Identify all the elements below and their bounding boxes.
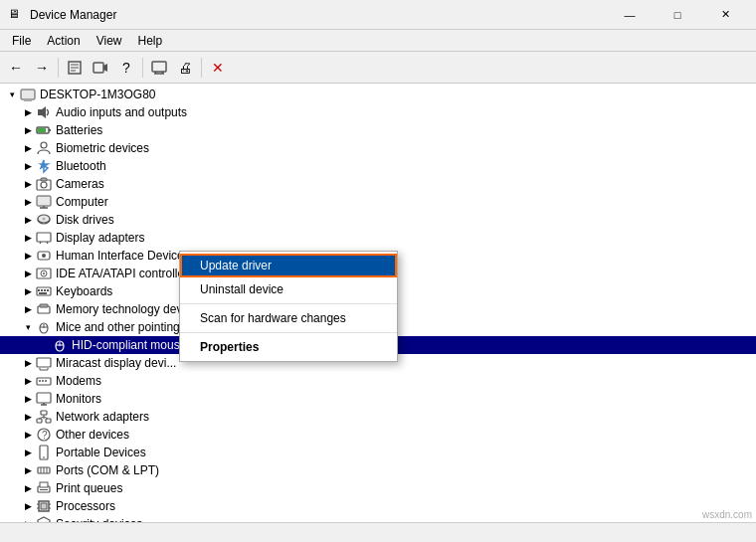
ctx-scan-hardware[interactable]: Scan for hardware changes (180, 306, 397, 330)
tree-item-batteries[interactable]: ▶ Batteries (0, 121, 756, 139)
chevron-monitors: ▶ (20, 391, 36, 407)
icon-modems (36, 373, 52, 389)
chevron-ideata: ▶ (20, 266, 36, 281)
icon-security (36, 516, 52, 522)
menu-action[interactable]: Action (39, 32, 88, 50)
svg-rect-57 (46, 419, 51, 423)
close-button[interactable]: ✕ (702, 0, 748, 30)
chevron-miracast: ▶ (20, 355, 36, 371)
ctx-sep1 (180, 303, 397, 304)
toolbar-uninstall[interactable]: ✕ (206, 56, 230, 80)
svg-point-17 (41, 182, 47, 188)
icon-keyboards (36, 283, 52, 299)
tree-item-portable[interactable]: ▶ Portable Devices (0, 444, 756, 461)
chevron-hidpointing (36, 337, 52, 353)
svg-rect-71 (40, 489, 48, 490)
chevron-bluetooth: ▶ (20, 158, 36, 174)
label-printqueues: Print queues (56, 481, 122, 495)
label-hid: Human Interface Devices (56, 249, 190, 263)
toolbar-help[interactable]: ? (114, 56, 138, 80)
toolbar-scan[interactable] (89, 56, 112, 80)
app-icon: 🖥 (8, 7, 24, 23)
svg-rect-19 (37, 196, 51, 206)
chevron-portable: ▶ (20, 445, 36, 460)
icon-hidpointing (52, 337, 68, 353)
maximize-button[interactable]: □ (655, 0, 700, 30)
menu-bar: File Action View Help (0, 30, 756, 52)
icon-network (36, 409, 52, 425)
tree-item-network[interactable]: ▶ Network adapters (0, 408, 756, 426)
tree-item-root[interactable]: ▾ DESKTOP-1M3OG80 (0, 86, 756, 103)
tree-item-bluetooth[interactable]: ▶ Bluetooth (0, 157, 756, 175)
toolbar-sep2 (142, 58, 143, 78)
chevron-security: ▶ (20, 516, 36, 522)
toolbar-back[interactable]: ← (4, 56, 28, 80)
icon-memorytech (36, 301, 52, 317)
label-processors: Processors (56, 499, 115, 513)
chevron-processors: ▶ (20, 498, 36, 514)
tree-item-security[interactable]: ▶ Security devices (0, 515, 756, 522)
svg-point-15 (41, 142, 47, 148)
toolbar-printer[interactable]: 🖨 (173, 56, 197, 80)
chevron-biometric: ▶ (20, 140, 36, 156)
chevron-memorytech: ▶ (20, 301, 36, 317)
svg-rect-5 (152, 62, 166, 72)
menu-view[interactable]: View (89, 32, 130, 50)
label-root: DESKTOP-1M3OG80 (40, 88, 155, 101)
svg-rect-35 (41, 289, 43, 291)
toolbar-sep3 (201, 58, 202, 78)
toolbar-computer[interactable] (147, 56, 171, 80)
menu-help[interactable]: Help (130, 32, 171, 50)
icon-computer (36, 194, 52, 210)
svg-rect-73 (41, 503, 47, 509)
ctx-scan-label: Scan for hardware changes (200, 311, 346, 325)
ctx-properties[interactable]: Properties (180, 335, 397, 359)
svg-rect-70 (40, 482, 48, 487)
label-miracast: Miracast display devi... (56, 356, 176, 370)
tree-item-biometric[interactable]: ▶ Biometric devices (0, 139, 756, 157)
icon-ports (36, 462, 52, 478)
tree-item-ports[interactable]: ▶ Ports (COM & LPT) (0, 461, 756, 479)
icon-diskdrives (36, 212, 52, 228)
icon-processors (36, 498, 52, 514)
tree-item-displayadapters[interactable]: ▶ Display adapters (0, 229, 756, 247)
toolbar-forward[interactable]: → (30, 56, 54, 80)
chevron-ports: ▶ (20, 462, 36, 478)
tree-item-diskdrives[interactable]: ▶ Disk drives (0, 211, 756, 229)
toolbar-properties[interactable] (63, 56, 87, 80)
ctx-uninstall-label: Uninstall device (200, 282, 284, 296)
svg-rect-25 (37, 233, 51, 242)
label-modems: Modems (56, 374, 101, 388)
chevron-printqueues: ▶ (20, 480, 36, 496)
ctx-update-label: Update driver (200, 259, 272, 272)
chevron-cameras: ▶ (20, 176, 36, 192)
icon-monitors (36, 391, 52, 407)
tree-item-audio[interactable]: ▶ Audio inputs and outputs (0, 103, 756, 121)
tree-item-computer[interactable]: ▶ Computer (0, 193, 756, 211)
ctx-properties-label: Properties (200, 340, 259, 354)
menu-file[interactable]: File (4, 32, 39, 50)
tree-item-other[interactable]: ▶ ? Other devices (0, 426, 756, 444)
label-keyboards: Keyboards (56, 284, 112, 298)
ctx-update-driver[interactable]: Update driver (180, 254, 397, 277)
label-security: Security devices (56, 517, 142, 522)
chevron-network: ▶ (20, 409, 36, 425)
label-bluetooth: Bluetooth (56, 159, 106, 173)
watermark: wsxdn.com (702, 509, 752, 520)
icon-miracast (36, 355, 52, 371)
toolbar-sep1 (58, 58, 59, 78)
ctx-uninstall-device[interactable]: Uninstall device (180, 277, 397, 301)
label-computer: Computer (56, 195, 108, 209)
svg-rect-55 (41, 411, 47, 415)
label-ports: Ports (COM & LPT) (56, 463, 159, 477)
tree-item-cameras[interactable]: ▶ Cameras (0, 175, 756, 193)
tree-item-printqueues[interactable]: ▶ Print queues (0, 479, 756, 497)
label-other: Other devices (56, 428, 129, 442)
minimize-button[interactable]: — (607, 0, 653, 30)
tree-item-modems[interactable]: ▶ Modems (0, 372, 756, 390)
chevron-diskdrives: ▶ (20, 212, 36, 228)
tree-item-monitors[interactable]: ▶ Monitors (0, 390, 756, 408)
tree-item-processors[interactable]: ▶ Processors (0, 497, 756, 515)
icon-batteries (36, 122, 52, 138)
label-biometric: Biometric devices (56, 141, 149, 155)
